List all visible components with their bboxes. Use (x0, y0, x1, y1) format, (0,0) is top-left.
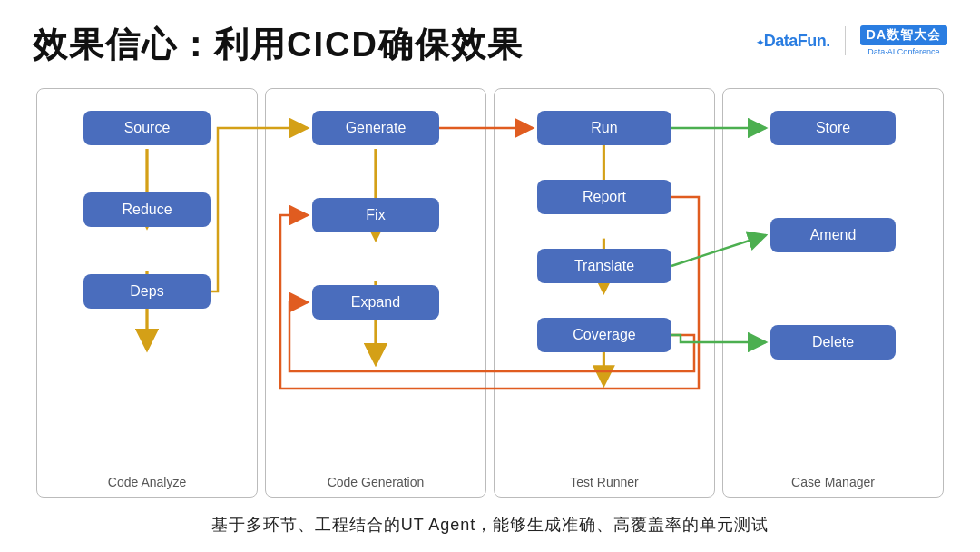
logo-area: ✦DataFun. DA数智大会 Data·AI Conference (756, 25, 947, 56)
box-coverage: Coverage (537, 318, 671, 352)
page: 效果信心：利用CICD确保效果 ✦DataFun. DA数智大会 Data·AI… (0, 0, 980, 552)
box-deps: Deps (83, 274, 211, 309)
logo-divider (845, 26, 846, 55)
panel-code-generation: Generate Fix Expand Code Generation (265, 88, 486, 498)
box-delete: Delete (770, 325, 896, 360)
panel-label-code-gen: Code Generation (266, 475, 485, 489)
panel-label-case-manager: Case Manager (723, 475, 943, 489)
box-amend: Amend (770, 218, 896, 252)
box-source: Source (83, 111, 211, 145)
box-generate: Generate (312, 111, 439, 145)
panel-case-manager: Store Amend Delete Case Manager (722, 88, 944, 498)
panel-label-code-analyze: Code Analyze (37, 475, 257, 489)
panel-test-runner: Run Report Translate Coverage Test Runne… (494, 88, 715, 498)
panel-label-test-runner: Test Runner (495, 475, 714, 489)
box-run: Run (537, 111, 671, 145)
box-store: Store (770, 111, 896, 145)
da-logo-top: DA数智大会 (860, 25, 947, 45)
header: 效果信心：利用CICD确保效果 ✦DataFun. DA数智大会 Data·AI… (33, 22, 947, 68)
main-title: 效果信心：利用CICD确保效果 (33, 22, 524, 68)
diagram: Source Reduce Deps Code Analyze Generate… (33, 88, 947, 498)
datafun-icon: ✦ (756, 37, 764, 48)
box-expand: Expand (312, 285, 439, 320)
panel3-arrows (495, 89, 714, 497)
datafun-logo: ✦DataFun. (756, 32, 830, 51)
box-fix: Fix (312, 198, 439, 232)
box-reduce: Reduce (83, 192, 211, 227)
bottom-text: 基于多环节、工程结合的UT Agent，能够生成准确、高覆盖率的单元测试 (33, 510, 947, 536)
da-logo-bottom: Data·AI Conference (867, 47, 939, 56)
box-translate: Translate (537, 249, 671, 283)
panel-code-analyze: Source Reduce Deps Code Analyze (36, 88, 258, 498)
da-conference-logo: DA数智大会 Data·AI Conference (860, 25, 947, 56)
box-report: Report (537, 180, 671, 214)
